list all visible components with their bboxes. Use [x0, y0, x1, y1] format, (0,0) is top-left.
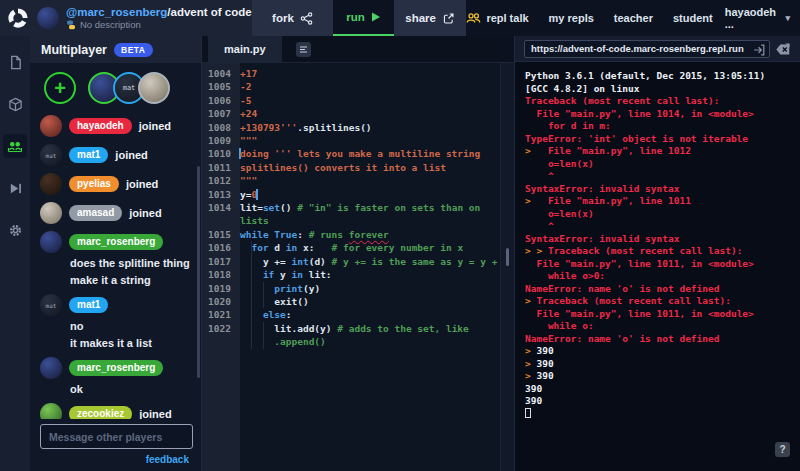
console-error-text: File "main.py", line 1011 [536, 195, 690, 206]
replit-logo-icon[interactable] [6, 6, 30, 30]
chat-message-input[interactable] [40, 424, 193, 449]
beta-badge: BETA [114, 43, 153, 57]
code-line-text: if y in lit: [240, 268, 500, 281]
joined-label: joined [115, 149, 147, 161]
code-line[interactable]: 1007+24 [202, 107, 500, 120]
nav-student[interactable]: student [673, 12, 713, 24]
code-line[interactable]: 1021 else: [202, 308, 500, 321]
sidebar-item-debugger[interactable] [3, 176, 27, 200]
chat-message-text: no [70, 319, 193, 333]
token-p: y [274, 269, 291, 280]
project-name: /advent of code [167, 6, 251, 18]
list-lines-icon [299, 45, 308, 54]
code-line[interactable]: 1010doing ''' lets you make a multiline … [202, 147, 500, 160]
play-icon [371, 12, 381, 22]
console-row: > 390 [525, 345, 790, 358]
code-line[interactable]: 1019 print(y) [202, 282, 500, 295]
invite-player-button[interactable]: + [44, 72, 76, 104]
tab-strip: main.py [202, 36, 514, 63]
run-button[interactable]: run [333, 0, 394, 36]
code-line[interactable]: 1004+17 [202, 67, 500, 80]
console-error-text: File "main.py", line 1014, in <module> [525, 108, 754, 119]
sidebar-item-files[interactable] [3, 50, 27, 74]
code-line[interactable]: 1017 y += int(d) # y += is the same as y… [202, 255, 500, 268]
indent-guide [263, 322, 264, 349]
console-output[interactable]: Python 3.6.1 (default, Dec 2015, 13:05:1… [515, 62, 800, 471]
code-line-text: +17 [240, 67, 500, 80]
code-line[interactable]: 1012""" [202, 174, 500, 187]
sidebar-item-settings[interactable] [3, 218, 27, 242]
feedback-link[interactable]: feedback [30, 452, 201, 471]
help-button[interactable]: ? [775, 442, 790, 457]
token-c: # runs [309, 229, 349, 240]
token-p [240, 242, 251, 253]
token-n: +24 [240, 108, 257, 119]
tab-main-py[interactable]: main.py [208, 36, 282, 62]
code-line[interactable]: 1005-2 [202, 80, 500, 93]
pop-out-console-icon[interactable] [752, 43, 766, 57]
console-row: > File "main.py", line 1011 [525, 195, 790, 208]
console-output-text: 390 [536, 345, 553, 356]
console-row: > > Traceback (most recent call last): [525, 245, 790, 258]
line-number: 1010 [202, 147, 240, 160]
console-error-text: File "main.py", line 1011, in <module> [525, 258, 754, 269]
account-menu[interactable]: hayaodeh ... ▾ [725, 0, 800, 36]
clear-console-icon[interactable] [775, 43, 791, 56]
code-line[interactable]: 1009""" [202, 134, 500, 147]
code-line[interactable]: 1008+130793'''.splitlines() [202, 121, 500, 134]
repl-url-input[interactable] [524, 40, 770, 58]
code-line[interactable]: 1020 exit() [202, 295, 500, 308]
console-row: NameError: name 'o' is not defined [525, 283, 790, 296]
token-s: doing ''' lets you make a multiline stri… [240, 148, 480, 159]
nav-my-repls[interactable]: my repls [549, 12, 594, 24]
code-line[interactable]: 1014lit=set() # "in" is faster on sets t… [202, 201, 500, 228]
prompt-arrow: > [525, 370, 536, 381]
chat-scrollbar[interactable] [197, 166, 200, 378]
code-area[interactable]: 1004+171005-21006-51007+241008+130793'''… [202, 63, 514, 471]
line-number: 1011 [202, 161, 240, 174]
python-icon [66, 20, 76, 30]
share-button[interactable]: share [394, 0, 466, 36]
sidebar-item-packages[interactable] [3, 92, 27, 116]
editor-scrollbar[interactable] [506, 248, 509, 266]
code-line[interactable]: 1016 for d in x: # for every number in x [202, 241, 500, 254]
project-title-block: @marc_rosenberg/advent of code No descri… [66, 6, 252, 30]
code-line[interactable]: 1006-5 [202, 94, 500, 107]
code-line[interactable]: 1013y=0 [202, 188, 500, 201]
console-output-text: 390 [525, 383, 542, 394]
editor-format-button[interactable] [296, 42, 311, 57]
token-s: ''' [280, 122, 297, 133]
chat-event-row: marc_rosenberg [40, 357, 193, 379]
console-row: [GCC 4.8.2] on linux [525, 83, 790, 96]
code-line[interactable]: 1015while True: # runs forever [202, 228, 500, 241]
code-line-text: +130793'''.splitlines() [240, 121, 500, 134]
username-pill: mat1 [69, 147, 108, 164]
token-k: for [251, 242, 268, 253]
token-p: y= [240, 189, 251, 200]
line-number: 1016 [202, 241, 240, 254]
token-p [240, 283, 274, 294]
prompt-arrow: > [525, 145, 536, 156]
console-row: > File "main.py", line 1012 [525, 145, 790, 158]
code-line[interactable]: 1022 lit.add(y) # adds to the set, like … [202, 322, 500, 349]
share-icon [442, 12, 455, 25]
code-line[interactable]: 1018 if y in lit: [202, 268, 500, 281]
token-b: int [292, 256, 309, 267]
code-line-text: """ [240, 174, 500, 187]
owner-link[interactable]: @marc_rosenberg [66, 6, 167, 18]
code-line[interactable]: 1011splitlines() converts it into a list [202, 161, 500, 174]
multiplayer-icon [7, 138, 23, 154]
editor-pane: main.py 1004+171005-21006-51007+241008+1… [202, 36, 514, 471]
console-output-text: [GCC 4.8.2] on linux [525, 83, 639, 94]
token-sq: forever [349, 229, 389, 240]
fork-button[interactable]: fork [252, 0, 334, 36]
nav-repl-talk[interactable]: repl talk [466, 12, 528, 24]
token-s: splitlines() converts it into a list [240, 162, 446, 173]
console-row: SyntaxError: invalid syntax [525, 183, 790, 196]
nav-teacher[interactable]: teacher [614, 12, 653, 24]
chat-event-row: hayaodehjoined [40, 115, 193, 137]
console-cursor [525, 408, 531, 418]
token-p: y += [240, 256, 292, 267]
prompt-arrow: > [536, 245, 547, 256]
sidebar-item-multiplayer[interactable] [3, 134, 27, 158]
